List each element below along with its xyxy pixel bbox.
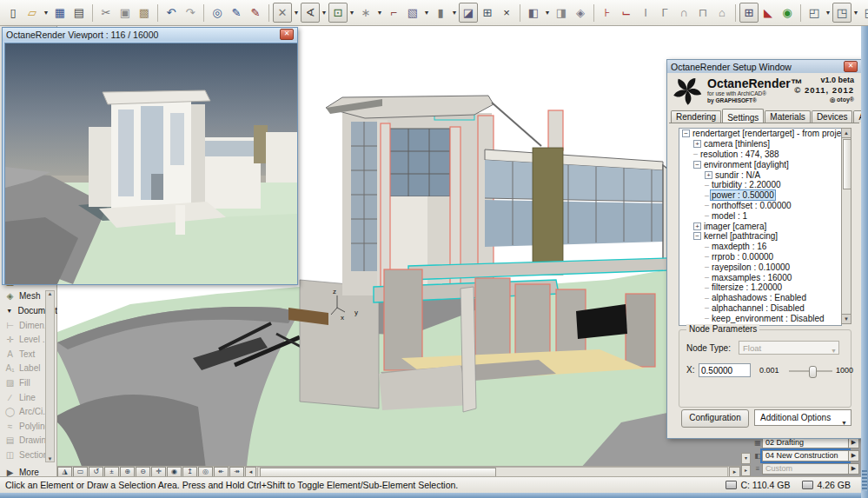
- expand-icon[interactable]: +: [693, 222, 701, 230]
- close-icon[interactable]: ✕: [844, 61, 858, 72]
- drag-icon[interactable]: ◧: [524, 3, 543, 23]
- horizontal-scroll-thumb[interactable]: [260, 468, 496, 477]
- collapse-icon[interactable]: −: [682, 129, 690, 137]
- tree-node-alphashadows[interactable]: –alphashadows : Enabled: [679, 293, 841, 303]
- open-icon[interactable]: ▱: [23, 3, 42, 23]
- inject-parameters-icon[interactable]: ✎: [246, 3, 265, 23]
- x-value-slider[interactable]: [789, 370, 832, 372]
- gravity-icon[interactable]: ✕: [273, 3, 292, 23]
- chevron-down-icon[interactable]: ▼: [348, 3, 356, 22]
- chevron-down-icon[interactable]: ▼: [543, 3, 552, 22]
- cutting-plane-icon[interactable]: ⊞: [739, 3, 759, 23]
- paste-icon[interactable]: ▩: [135, 3, 154, 23]
- rotate-icon[interactable]: ◈: [571, 3, 590, 23]
- additional-options-select[interactable]: Additional Options ▼: [754, 409, 851, 426]
- collapse-icon[interactable]: −: [693, 232, 701, 240]
- expand-icon[interactable]: +: [705, 171, 712, 179]
- undo-icon[interactable]: ↶: [162, 3, 181, 23]
- flyout-arrow-icon[interactable]: ▶: [849, 463, 859, 475]
- record-icon[interactable]: ◉: [778, 3, 797, 23]
- tree-node-model[interactable]: –model : 1: [679, 210, 841, 221]
- elevate-icon[interactable]: ⌂: [712, 3, 732, 23]
- tree-node-rendertarget[interactable]: −rendertarget [rendertarget] - from proj…: [679, 129, 841, 139]
- tab-devices[interactable]: Devices: [812, 110, 853, 123]
- resize-grip[interactable]: [862, 470, 867, 491]
- quick-option-04newconstruction[interactable]: ◧04 New Construction▶: [753, 450, 859, 461]
- tab-materials[interactable]: Materials: [765, 110, 811, 123]
- expand-icon[interactable]: +: [693, 140, 701, 148]
- corner-window-icon[interactable]: ⌐: [384, 3, 403, 23]
- grid-snap-icon[interactable]: ⊞: [478, 3, 497, 23]
- redo-icon[interactable]: ↷: [181, 3, 200, 23]
- tree-node-sundir[interactable]: +sundir : N/A: [679, 169, 841, 180]
- tree-node-resolution[interactable]: –resolution : 474, 388: [679, 149, 841, 160]
- settings-tree[interactable]: −rendertarget [rendertarget] - from proj…: [679, 128, 842, 326]
- tree-node-alphachannel[interactable]: –alphachannel : Disabled: [679, 303, 841, 314]
- cut-icon[interactable]: ✂: [96, 3, 116, 23]
- tab-settings[interactable]: Settings: [722, 109, 764, 123]
- flyout-arrow-icon[interactable]: ▶: [849, 450, 859, 461]
- tree-node-northoffset[interactable]: –northoffset : 0.00000: [679, 201, 841, 211]
- close-icon[interactable]: ✕: [280, 29, 294, 40]
- chevron-down-icon[interactable]: ▼: [851, 3, 860, 22]
- close-x-icon[interactable]: ×: [497, 3, 516, 23]
- chevron-down-icon[interactable]: ▼: [42, 3, 50, 22]
- cutaway-heel-icon[interactable]: ◣: [759, 3, 778, 23]
- section-window-icon[interactable]: ◱: [860, 3, 868, 23]
- chevron-down-icon[interactable]: ▼: [422, 3, 431, 22]
- tree-node-rayepsilon[interactable]: –rayepsilon : 0.10000: [679, 262, 841, 272]
- suspend-groups-icon[interactable]: ∗: [356, 3, 375, 23]
- rendered-image[interactable]: [4, 43, 298, 285]
- chevron-down-icon[interactable]: ▼: [292, 3, 301, 22]
- node-type-select[interactable]: Float ▼: [739, 341, 839, 355]
- tree-scrollbar[interactable]: ▲ ▼: [841, 128, 851, 324]
- setup-window-titlebar[interactable]: OctaneRender Setup Window ✕: [667, 60, 861, 73]
- octane-viewport-window[interactable]: OctaneRender Viewport : 116 / 16000 ✕: [2, 27, 298, 285]
- octane-setup-window[interactable]: OctaneRender Setup Window ✕ OctaneRender…: [666, 59, 862, 439]
- tree-node-filtersize[interactable]: –filtersize : 1.20000: [679, 282, 841, 293]
- new-document-icon[interactable]: ▯: [3, 3, 23, 23]
- adjust-icon[interactable]: ⌙: [617, 3, 636, 23]
- offset-icon[interactable]: ⊓: [693, 3, 712, 23]
- chevron-down-icon[interactable]: ▼: [375, 3, 384, 22]
- tree-node-rrprob[interactable]: –rrprob : 0.00000: [679, 252, 841, 262]
- find-select-icon[interactable]: ◎: [208, 3, 227, 23]
- tree-node-maxdepth[interactable]: –maxdepth : 16: [679, 242, 841, 252]
- chevron-down-icon[interactable]: ▼: [824, 3, 832, 22]
- split-icon[interactable]: ⊦: [598, 3, 617, 23]
- octane-viewport-titlebar[interactable]: OctaneRender Viewport : 116 / 16000 ✕: [3, 28, 297, 41]
- tree-node-turbidity[interactable]: –turbidity : 2.20000: [679, 180, 841, 190]
- chevron-down-icon[interactable]: ▼: [320, 3, 328, 22]
- print-icon[interactable]: ▤: [70, 3, 89, 23]
- floor-plan-icon[interactable]: ◰: [805, 3, 824, 23]
- viewport-scroll-corner[interactable]: ▾▸: [741, 453, 751, 474]
- configuration-button[interactable]: Configuration: [681, 409, 749, 428]
- chamfer-icon[interactable]: ∩: [674, 3, 693, 23]
- mirror-icon[interactable]: ◨: [552, 3, 571, 23]
- collapse-icon[interactable]: −: [693, 161, 701, 169]
- stretch-icon[interactable]: I: [636, 3, 655, 23]
- scroll-up-arrow[interactable]: ▲: [842, 129, 851, 138]
- tab-rendering[interactable]: Rendering: [671, 110, 721, 123]
- fillet-icon[interactable]: Γ: [655, 3, 674, 23]
- slider-thumb[interactable]: [809, 366, 817, 378]
- tree-node-environment[interactable]: −environment [daylight]: [679, 159, 841, 169]
- tree-node-kernel[interactable]: −kernel [pathtracing]: [679, 231, 841, 242]
- column-tool-icon[interactable]: ▮: [431, 3, 450, 23]
- pick-up-parameters-icon[interactable]: ✎: [227, 3, 246, 23]
- toolbox-scrollbar[interactable]: ▲▼: [45, 290, 55, 462]
- copy-icon[interactable]: ▣: [116, 3, 135, 23]
- tree-node-maxsamples[interactable]: –maxsamples : 16000: [679, 272, 841, 282]
- trace-reference-icon[interactable]: ◪: [459, 3, 478, 23]
- window-3d-icon[interactable]: ◳: [832, 3, 851, 23]
- snap-angle-icon[interactable]: ∢: [301, 3, 320, 23]
- tree-scroll-thumb[interactable]: [843, 139, 851, 189]
- x-value-input[interactable]: [699, 363, 751, 377]
- tree-node-imager[interactable]: +imager [camera]: [679, 221, 841, 231]
- snap-guide-icon[interactable]: ⊡: [328, 3, 348, 23]
- tree-node-camera[interactable]: +camera [thinlens]: [679, 139, 841, 149]
- solid-ops-icon[interactable]: ▧: [403, 3, 422, 23]
- save-icon[interactable]: ▦: [50, 3, 70, 23]
- tree-node-keep_environment[interactable]: –keep_environment : Disabled: [679, 313, 841, 323]
- scroll-down-arrow[interactable]: ▼: [842, 314, 851, 323]
